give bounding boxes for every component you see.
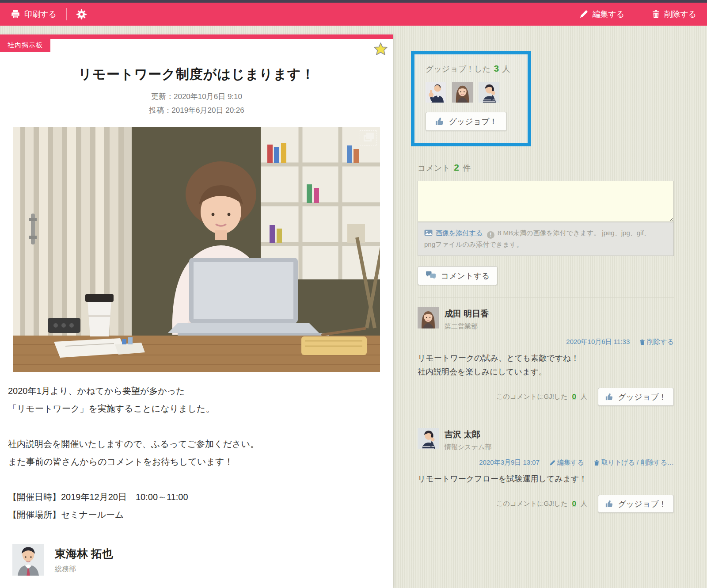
comment-gj-unit: 人 (581, 500, 587, 508)
post-body-line: 「リモートワーク」を実施することになりました。 (8, 400, 385, 417)
comment-delete-link[interactable]: 削除する (639, 338, 674, 346)
goodjob-user-avatar[interactable] (426, 82, 446, 103)
comment-text-line: 社内説明会を楽しみにしています。 (418, 365, 674, 379)
info-icon (487, 231, 494, 239)
attach-image-link[interactable]: 画像を添付する (436, 229, 483, 237)
trash-icon (594, 460, 600, 466)
goodjob-button-label: グッジョブ！ (449, 116, 497, 127)
printer-icon (11, 10, 20, 19)
comments-count: 2 (452, 162, 461, 172)
gear-icon (76, 9, 87, 19)
post-body-spacer (8, 417, 385, 435)
pencil-icon (579, 10, 588, 19)
goodjob-avatars (426, 82, 528, 103)
thumbs-up-icon (605, 500, 613, 508)
comment-item: 吉沢 太郎 情報システム部 2020年3月9日 13:07 編集する (418, 428, 674, 513)
comment-submit-label: コメントする (441, 271, 490, 281)
post-photo (13, 127, 380, 372)
comment-withdraw-label: 取り下げる / 削除する… (601, 458, 674, 467)
attach-note: 8 MB未満の画像を添付できます。 jpeg、jpg、gif、 (498, 229, 650, 237)
commenter-name: 成田 明日香 (445, 308, 489, 320)
goodjob-label: グッジョブ！した (426, 65, 490, 73)
post-photo-wrap (13, 127, 380, 372)
commenter-name: 吉沢 太郎 (445, 429, 491, 440)
comment-item: 成田 明日香 第二営業部 2020年10月6日 11:33 削除する リモートワ… (418, 307, 674, 418)
thumbs-up-icon (435, 117, 444, 126)
comment-gj-prefix: このコメントにGJ!した (496, 393, 568, 401)
post-body-line: 2020年1月より、かねてから要望が多かった (8, 382, 385, 400)
event-datetime: 【開催日時】2019年12月20日 10:00～11:00 (8, 488, 385, 506)
settings-button[interactable] (73, 7, 90, 22)
comment-submit-button[interactable]: コメントする (418, 266, 498, 285)
comment-gj-prefix: このコメントにGJ!した (496, 500, 568, 508)
comment-date: 2020年3月9日 13:07 (479, 458, 540, 467)
comments-unit: 件 (463, 164, 471, 172)
comment-gj-count-link[interactable]: 0 (572, 393, 576, 401)
print-button[interactable]: 印刷する (7, 6, 60, 22)
image-attach-icon (424, 229, 433, 236)
goodjob-user-avatar[interactable] (479, 82, 499, 103)
post-updated: 更新：2020年10月6日 9:10 (0, 90, 393, 103)
favorite-star-icon[interactable] (374, 42, 388, 56)
comment-goodjob-button[interactable]: グッジョブ！ (598, 495, 674, 513)
toolbar-divider (66, 8, 67, 20)
category-tag: 社内掲示板 (0, 39, 50, 52)
image-expand-icon[interactable] (360, 130, 376, 145)
goodjob-count: 3 (492, 63, 500, 73)
thumbs-up-icon (605, 393, 613, 401)
commenter-department: 第二営業部 (445, 322, 489, 331)
goodjob-unit: 人 (502, 65, 510, 73)
trash-icon (639, 339, 645, 345)
pencil-icon (549, 460, 555, 466)
comment-textarea[interactable] (418, 181, 674, 222)
divider (418, 297, 674, 298)
author-avatar[interactable] (12, 544, 44, 576)
attach-bar: 画像を添付する8 MB未満の画像を添付できます。 jpeg、jpg、gif、 p… (418, 222, 674, 256)
author-name: 東海林 拓也 (55, 546, 113, 561)
comment-gj-unit: 人 (581, 393, 587, 401)
print-button-label: 印刷する (24, 9, 57, 19)
event-place: 【開催場所】セミナールーム (8, 506, 385, 523)
comments-label: コメント (418, 164, 450, 172)
delete-button[interactable]: 削除する (648, 6, 700, 22)
comment-withdraw-delete-link[interactable]: 取り下げる / 削除する… (594, 458, 674, 467)
attach-note: pngファイルのみ添付できます。 (424, 239, 667, 250)
edit-button-label: 編集する (592, 9, 624, 19)
goodjob-button[interactable]: グッジョブ！ (426, 112, 507, 131)
sidebar: グッジョブ！した 3 人 グッジョブ！ コメント 2 件 (393, 25, 707, 588)
post-posted: 投稿：2019年6月20日 20:26 (0, 103, 393, 117)
comments-section: コメント 2 件 画像を添付する8 MB未満の画像を添付できます。 jpeg、j… (418, 162, 674, 513)
comment-text-line: リモートワークの試み、とても素敵ですね！ (418, 351, 674, 365)
commenter-avatar[interactable] (418, 307, 439, 328)
edit-button[interactable]: 編集する (576, 6, 628, 22)
comment-goodjob-button[interactable]: グッジョブ！ (598, 388, 674, 406)
comment-edit-link[interactable]: 編集する (549, 458, 584, 467)
comment-delete-label: 削除する (647, 338, 674, 346)
post-body-line: 社内説明会を開催いたしますので、ふるってご参加ください。 (8, 435, 385, 453)
divider (418, 418, 674, 418)
trash-icon (652, 10, 660, 19)
comment-gj-count-link[interactable]: 0 (572, 500, 576, 508)
post-card: 社内掲示板 リモートワーク制度がはじまります！ 更新：2020年10月6日 9:… (0, 34, 393, 588)
commenter-avatar[interactable] (418, 428, 439, 449)
toolbar: 印刷する 編集する (0, 3, 707, 26)
comment-text-line: リモートワークフローを試験運用してみます！ (418, 472, 674, 486)
author-department: 総務部 (55, 565, 113, 574)
card-accent-bar (0, 34, 393, 39)
comment-edit-label: 編集する (557, 458, 584, 467)
comment-goodjob-label: グッジョブ！ (618, 499, 666, 509)
goodjob-user-avatar[interactable] (452, 82, 473, 103)
author-row: 東海林 拓也 総務部 (12, 544, 393, 576)
delete-button-label: 削除する (664, 9, 696, 19)
post-body-line: また事前の皆さんからのコメントをお待ちしています！ (8, 453, 385, 470)
commenter-department: 情報システム部 (445, 443, 491, 451)
comment-goodjob-label: グッジョブ！ (618, 392, 666, 402)
goodjob-panel-highlighted: グッジョブ！した 3 人 グッジョブ！ (411, 51, 531, 146)
comment-date: 2020年10月6日 11:33 (566, 338, 630, 346)
post-title: リモートワーク制度がはじまります！ (0, 65, 393, 84)
comment-bubbles-icon (426, 271, 437, 280)
